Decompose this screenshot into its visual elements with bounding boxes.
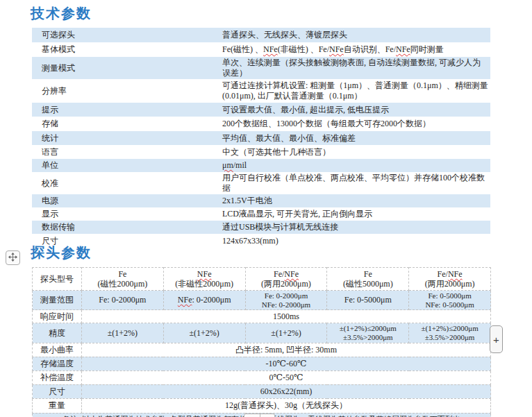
spec-label[interactable]: 测量模式 bbox=[32, 57, 220, 79]
spec-label[interactable]: 测量范围 bbox=[33, 291, 82, 310]
table-row: 可选探头 普通探头、无线探头、薄镀层探头 bbox=[32, 28, 490, 42]
table-row: 统计 平均值、最大值、最小值、标准偏差 bbox=[32, 131, 490, 145]
spec-value[interactable]: 可设置最大值、最小值, 超出提示, 低电压提示 bbox=[220, 103, 490, 117]
table-row: 基体模式 Fe(磁性) 、NFe(非磁性) 、Fe/NFe自动识别、Fe/NFe… bbox=[32, 42, 490, 57]
table-row: 校准 用户可自行校准（单点校准、两点校准、平均零位）并存储100个校准数据 bbox=[32, 172, 490, 194]
table-row: 尺寸 60x26x22(mm) bbox=[33, 384, 491, 398]
probe-col-header[interactable]: NFe (非磁性2000μm) bbox=[163, 268, 245, 291]
spec-value[interactable]: 1500ms bbox=[82, 310, 491, 323]
table-row: 补偿温度 0℃-50℃ bbox=[33, 371, 491, 384]
spec-label[interactable]: 提示 bbox=[32, 103, 220, 117]
spec-label[interactable]: 存储 bbox=[32, 117, 220, 131]
spec-label[interactable]: 显示 bbox=[32, 207, 220, 221]
probe-col-range: (两用2000μm) bbox=[247, 279, 326, 289]
spec-label[interactable]: 精度 bbox=[33, 323, 82, 343]
table-row: 精度 ±(1+2%) ±(1+2%) ±(1+2%) ±(1+2%)≤2000μ… bbox=[33, 323, 491, 343]
spec-value[interactable]: 用户可自行校准（单点校准、两点校准、平均零位）并存储100个校准数据 bbox=[220, 172, 490, 194]
spec-label[interactable]: 响应时间 bbox=[33, 310, 82, 323]
spec-value[interactable]: 124x67x33(mm) bbox=[220, 234, 490, 248]
spec-label[interactable]: 尺寸 bbox=[33, 384, 82, 398]
spec-value[interactable]: 平均值、最大值、最小值、标准偏差 bbox=[220, 131, 490, 145]
misspelled-word: NFe bbox=[178, 295, 192, 305]
add-row-button-partial[interactable] bbox=[244, 414, 275, 417]
table-row: 尺寸 124x67x33(mm) bbox=[32, 234, 490, 248]
misspelled-word: NFe bbox=[448, 269, 463, 279]
spec-label[interactable]: 分辨率 bbox=[32, 79, 220, 103]
probe-col-type: NFe bbox=[165, 269, 244, 279]
section-title-probe[interactable]: 探头参数 bbox=[31, 244, 92, 262]
table-move-handle[interactable] bbox=[6, 250, 20, 265]
table-row: 分辨率 可通过连接计算机设置: 粗测量（1μm）、普通测量（0.1μm）、精细测… bbox=[32, 79, 490, 103]
spec-value[interactable]: 通过USB模块与计算机无线连接 bbox=[220, 221, 490, 234]
spec-label[interactable]: 电源 bbox=[32, 194, 220, 207]
spec-value[interactable]: 0℃-50℃ bbox=[82, 371, 491, 384]
probe-col-header[interactable]: Fe (磁性5000μm) bbox=[327, 268, 409, 291]
accuracy-cell[interactable]: ±(1+2%) bbox=[82, 323, 164, 343]
misspelled-word: NFe bbox=[263, 44, 278, 54]
spec-value[interactable]: 单次、连续测量（探头接触被测物表面, 自动连续测量数据, 可减少人为误差） bbox=[220, 57, 490, 79]
probe-col-type: Fe bbox=[83, 269, 162, 279]
spec-value[interactable]: 可通过连接计算机设置: 粗测量（1μm）、普通测量（0.1μm）、精细测量(0.… bbox=[220, 79, 490, 103]
misspelled-word: NFe bbox=[284, 269, 299, 279]
spec-label[interactable]: 存储温度 bbox=[33, 357, 82, 371]
misspelled-word: NFe bbox=[197, 269, 212, 279]
spec-value[interactable]: 2x1.5V干电池 bbox=[220, 194, 490, 207]
table-row: 测量模式 单次、连续测量（探头接触被测物表面, 自动连续测量数据, 可减少人为误… bbox=[32, 57, 490, 79]
add-column-button[interactable]: + bbox=[490, 325, 503, 353]
move-icon bbox=[8, 252, 17, 264]
probe-col-type: Fe bbox=[329, 269, 407, 279]
spec-value[interactable]: 12g(普通探头)、30g（无线探头） bbox=[82, 398, 491, 413]
accuracy-cell[interactable]: ±(1+2%)≤2000μm ±3.5%>2000μm bbox=[409, 323, 491, 343]
range-cell[interactable]: Fe: 0-5000μm NFe: 0-5000μm bbox=[409, 291, 491, 310]
range-cell[interactable]: Fe: 0-2000μm bbox=[82, 291, 164, 310]
spec-label[interactable]: 数据传输 bbox=[32, 221, 220, 234]
probe-col-header[interactable]: Fe (磁性2000μm) bbox=[82, 268, 164, 291]
spec-value[interactable]: 凸半径: 5mm, 凹半径: 30mm bbox=[82, 343, 491, 357]
spec-label[interactable]: 重量 bbox=[33, 398, 82, 413]
spec-label[interactable]: 校准 bbox=[32, 172, 220, 194]
table-row: 电源 2x1.5V干电池 bbox=[32, 194, 490, 207]
range-cell[interactable]: Fe: 0-2000μm NFe: 0-2000μm bbox=[245, 291, 327, 310]
probe-col-range: (非磁性2000μm) bbox=[165, 279, 244, 289]
accuracy-cell[interactable]: ±(1+2%) bbox=[245, 323, 327, 343]
table-row: 响应时间 1500ms bbox=[33, 310, 491, 323]
misspelled-word: NFe bbox=[396, 44, 410, 54]
spec-label[interactable]: 基体模式 bbox=[32, 42, 220, 57]
spec-label[interactable]: 单位 bbox=[32, 159, 220, 172]
spec-label[interactable]: 补偿温度 bbox=[33, 371, 82, 384]
spec-value[interactable]: Fe(磁性) 、NFe(非磁性) 、Fe/NFe自动识别、Fe/NFe同时测量 bbox=[220, 42, 490, 57]
table-row: 测量范围 Fe: 0-2000μm NFe: 0-2000μm Fe: 0-20… bbox=[33, 291, 491, 310]
spec-value[interactable]: 中文（可选其他十几种语言） bbox=[220, 145, 490, 159]
table-row: 语言 中文（可选其他十几种语言） bbox=[32, 145, 490, 159]
spec-value[interactable]: -10℃-60℃ bbox=[82, 357, 491, 371]
table-row: 重量 12g(普通探头)、30g（无线探头） bbox=[33, 398, 491, 413]
spec-label[interactable]: 语言 bbox=[32, 145, 220, 159]
probe-header-row: 探头型号 Fe (磁性2000μm) NFe (非磁性2000μm) Fe/NF… bbox=[33, 268, 491, 291]
probe-col-range: (两用2000μm) bbox=[410, 279, 489, 289]
section-title-tech[interactable]: 技术参数 bbox=[31, 4, 92, 23]
table-row: 数据传输 通过USB模块与计算机无线连接 bbox=[32, 221, 490, 234]
spec-label[interactable]: 统计 bbox=[32, 131, 220, 145]
probe-specs-table: 探头型号 Fe (磁性2000μm) NFe (非磁性2000μm) Fe/NF… bbox=[32, 267, 491, 417]
spec-value[interactable]: LCD液晶显示, 可开关背光, 正向倒向显示 bbox=[220, 207, 490, 221]
probe-col-header[interactable]: Fe/NFe (两用2000μm) bbox=[409, 268, 491, 291]
probe-model-label[interactable]: 探头型号 bbox=[33, 268, 82, 291]
probe-col-range: (磁性2000μm) bbox=[83, 279, 162, 289]
spec-label[interactable]: 可选探头 bbox=[32, 28, 220, 42]
spec-value[interactable]: 200个数据组、13000个数据（每组最大可存2000个数据） bbox=[220, 117, 490, 131]
misspelled-word: NFe bbox=[329, 44, 344, 54]
probe-col-header[interactable]: Fe/NFe (两用2000μm) bbox=[245, 268, 327, 291]
probe-col-type: Fe/NFe bbox=[247, 269, 326, 279]
table-row: 存储 200个数据组、13000个数据（每组最大可存2000个数据） bbox=[32, 117, 490, 131]
probe-col-type: Fe/NFe bbox=[410, 269, 489, 279]
spec-label[interactable]: 最小曲率 bbox=[33, 343, 82, 357]
tech-specs-table: 可选探头 普通探头、无线探头、薄镀层探头 基体模式 Fe(磁性) 、NFe(非磁… bbox=[32, 28, 490, 248]
range-cell[interactable]: NFe: 0-2000μm bbox=[163, 291, 245, 310]
spec-value[interactable]: 60x26x22(mm) bbox=[82, 384, 491, 398]
accuracy-cell[interactable]: ±(1+2%) bbox=[163, 323, 245, 343]
range-cell[interactable]: Fe: 0-5000μm bbox=[327, 291, 409, 310]
spec-value[interactable]: 普通探头、无线探头、薄镀层探头 bbox=[220, 28, 490, 42]
spec-value[interactable]: μm/mil bbox=[220, 159, 490, 172]
probe-col-range: (磁性5000μm) bbox=[329, 279, 407, 289]
accuracy-cell[interactable]: ±(1+2%)≤2000μm ±3.5%>2000μm bbox=[327, 323, 409, 343]
